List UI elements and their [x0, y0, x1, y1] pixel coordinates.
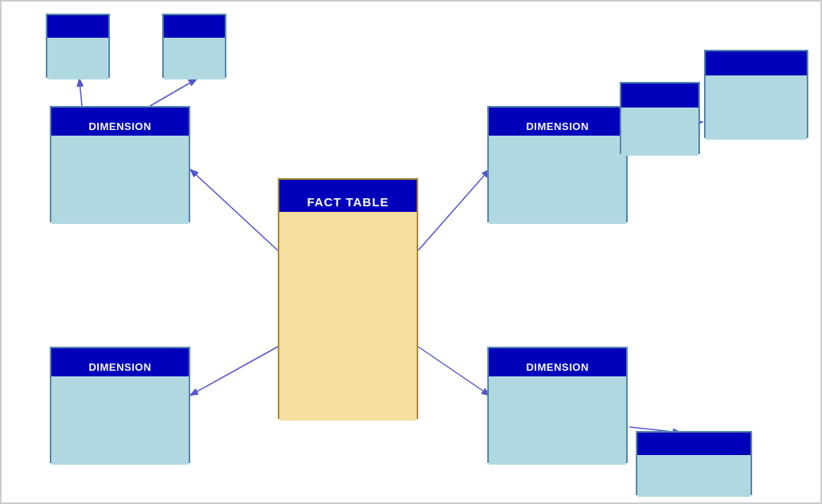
- svg-line-0: [191, 170, 278, 250]
- fact-table-header: FACT TABLE: [279, 180, 417, 212]
- svg-line-1: [191, 347, 278, 395]
- dim-top-left-header: DIMENSION: [51, 108, 189, 136]
- sub-box-top-left-1: [46, 14, 110, 78]
- dim-bottom-right-header: DIMENSION: [489, 348, 626, 376]
- diagram-container: DIMENSION DIMENSION FACT TABLE DIMENSION…: [0, 0, 822, 504]
- dim-bottom-left: DIMENSION: [50, 347, 190, 463]
- sub-box-header: [637, 433, 751, 455]
- dim-top-right-header: DIMENSION: [489, 108, 626, 136]
- dim-top-right: DIMENSION: [487, 106, 628, 222]
- sub-box-header: [706, 51, 807, 75]
- svg-line-5: [150, 79, 196, 106]
- dim-bottom-left-header: DIMENSION: [51, 348, 189, 376]
- svg-line-2: [418, 170, 489, 250]
- dim-bottom-right: DIMENSION: [487, 347, 628, 463]
- fact-table: FACT TABLE: [278, 178, 418, 419]
- svg-line-3: [418, 347, 489, 395]
- sub-box-top-right-2: [620, 82, 700, 154]
- sub-box-header: [47, 15, 108, 38]
- svg-line-4: [79, 79, 82, 106]
- sub-box-header: [164, 15, 225, 38]
- sub-box-top-right-1: [704, 50, 808, 138]
- sub-box-header: [621, 83, 698, 108]
- dim-top-left: DIMENSION: [50, 106, 190, 222]
- sub-box-bottom-right: [636, 431, 752, 495]
- sub-box-top-left-2: [162, 14, 226, 78]
